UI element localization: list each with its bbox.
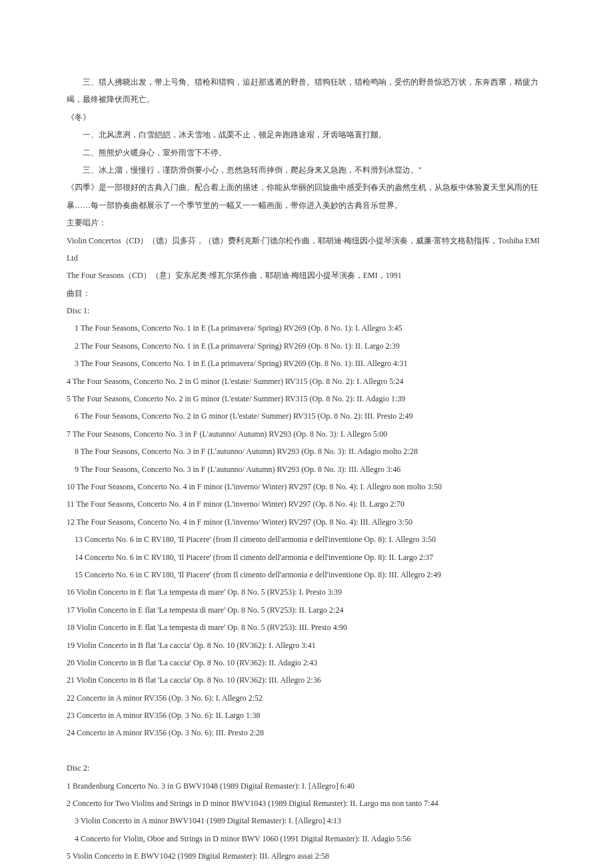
disc1-track-list: 1 The Four Seasons, Concerto No. 1 in E … — [67, 319, 546, 741]
track-item: 7 The Four Seasons, Concerto No. 3 in F … — [67, 425, 546, 443]
track-item: 12 The Four Seasons, Concerto No. 4 in F… — [67, 513, 546, 531]
record-entry-1: Violin Concertos（CD）（德）贝多芬，（德）费利克斯·门德尔松作… — [67, 232, 546, 267]
winter-paragraph-1: 一、北风凛冽，白雪皑皑，冰天雪地，战栗不止，顿足奔跑路途艰，牙齿咯咯直打颤。 — [67, 126, 546, 143]
four-seasons-description: 《四季》是一部很好的古典入门曲。配合着上面的描述，你能从华丽的回旋曲中感受到春天… — [67, 179, 546, 214]
track-item: 19 Violin Concerto in B flat 'La caccia'… — [67, 637, 546, 654]
track-item: 13 Concerto No. 6 in C RV180, 'Il Piacer… — [67, 531, 546, 548]
tracks-label: 曲目： — [67, 285, 546, 302]
track-item: 24 Concerto in A minor RV356 (Op. 3 No. … — [67, 724, 546, 741]
track-item: 2 Concerto for Two Violins and Strings i… — [67, 795, 546, 812]
track-item: 22 Concerto in A minor RV356 (Op. 3 No. … — [67, 689, 546, 707]
track-item: 20 Violin Concerto in B flat 'La caccia'… — [67, 654, 546, 671]
disc1-title: Disc 1: — [67, 302, 546, 319]
disc2-track-list: 1 Brandenburg Concerto No. 3 in G BWV104… — [67, 777, 546, 865]
track-item: 18 Violin Concerto in E flat 'La tempest… — [67, 619, 546, 636]
main-records-label: 主要唱片： — [67, 214, 546, 231]
winter-paragraph-2: 二、熊熊炉火暖身心，室外雨雪下不停。 — [67, 144, 546, 161]
autumn-paragraph-3: 三、猎人拂晓出发，带上号角、猎枪和猎狗，追赶那逃遁的野兽。猎狗狂吠，猎枪鸣响，受… — [67, 73, 546, 109]
track-item: 6 The Four Seasons, Concerto No. 2 in G … — [67, 407, 546, 425]
track-item: 1 Brandenburg Concerto No. 3 in G BWV104… — [67, 777, 546, 795]
track-item: 21 Violin Concerto in B flat 'La caccia'… — [67, 671, 546, 689]
track-item: 11 The Four Seasons, Concerto No. 4 in F… — [67, 495, 546, 513]
track-item: 4 The Four Seasons, Concerto No. 2 in G … — [67, 373, 546, 390]
document-page: 三、猎人拂晓出发，带上号角、猎枪和猎狗，追赶那逃遁的野兽。猎狗狂吠，猎枪鸣响，受… — [0, 0, 613, 868]
track-item: 2 The Four Seasons, Concerto No. 1 in E … — [67, 337, 546, 355]
winter-title: 《冬》 — [67, 109, 546, 126]
track-item: 16 Violin Concerto in E flat 'La tempest… — [67, 583, 546, 601]
track-item: 10 The Four Seasons, Concerto No. 4 in F… — [67, 478, 546, 495]
track-item: 4 Concerto for Violin, Oboe and Strings … — [67, 830, 546, 847]
track-item: 14 Concerto No. 6 in C RV180, 'Il Piacer… — [67, 549, 546, 566]
track-item: 8 The Four Seasons, Concerto No. 3 in F … — [67, 443, 546, 460]
track-item: 5 Violin Concerto in E BWV1042 (1989 Dig… — [67, 847, 546, 865]
track-item: 5 The Four Seasons, Concerto No. 2 in G … — [67, 390, 546, 407]
track-item: 9 The Four Seasons, Concerto No. 3 in F … — [67, 461, 546, 478]
track-item: 1 The Four Seasons, Concerto No. 1 in E … — [67, 319, 546, 337]
record-entry-2: The Four Seasons（CD）（意）安东尼奥·维瓦尔第作曲，耶胡迪·梅… — [67, 267, 546, 284]
track-item: 3 The Four Seasons, Concerto No. 1 in E … — [67, 355, 546, 372]
track-item: 15 Concerto No. 6 in C RV180, 'Il Piacer… — [67, 566, 546, 583]
track-item: 23 Concerto in A minor RV356 (Op. 3 No. … — [67, 707, 546, 724]
disc2-title: Disc 2: — [67, 759, 546, 777]
track-item: 3 Violin Concerto in A minor BWV1041 (19… — [67, 812, 546, 829]
winter-paragraph-3: 三、冰上溜，慢慢行，谨防滑倒要小心，忽然急转而摔倒，爬起身来又急跑，不料滑到冰窟… — [67, 161, 546, 179]
track-item: 17 Violin Concerto in E flat 'La tempest… — [67, 601, 546, 619]
